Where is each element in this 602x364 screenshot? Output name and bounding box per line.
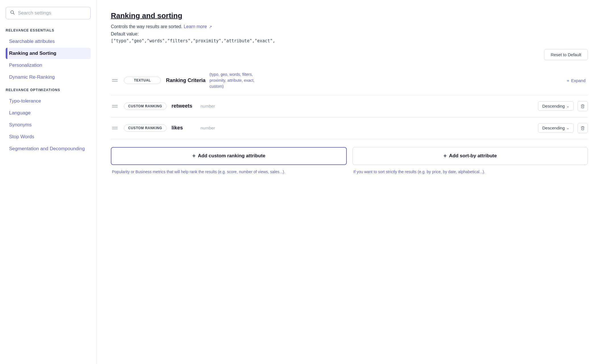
external-link-icon: ↗ <box>209 24 212 30</box>
learn-more-link[interactable]: Learn more ↗ <box>184 24 212 29</box>
default-value-label: Default value: <box>111 32 588 37</box>
plus-icon-custom: + <box>192 153 196 159</box>
sidebar-item-typo-tolerance[interactable]: Typo-tolerance <box>6 95 91 107</box>
likes-content: likes number Descending ⌄ <box>172 123 588 133</box>
ranking-criteria-meta: (typo, geo, words, filters, proximity, a… <box>209 72 261 89</box>
sidebar: Search settings RELEVANCE ESSENTIALS Sea… <box>0 0 97 364</box>
ranking-criteria-name: Ranking Criteria <box>166 78 205 83</box>
descriptions-row: Popularity or Business metrics that will… <box>111 169 588 175</box>
sidebar-item-personalization[interactable]: Personalization <box>6 60 91 71</box>
search-box[interactable]: Search settings <box>6 7 91 19</box>
retweets-content: retweets number Descending ⌄ <box>172 101 588 111</box>
search-placeholder: Search settings <box>18 10 51 16</box>
section-label-relevance-essentials: RELEVANCE ESSENTIALS <box>6 28 91 32</box>
section-relevance-essentials: RELEVANCE ESSENTIALS Searchable attribut… <box>6 28 91 83</box>
main-content: Ranking and sorting Controls the way res… <box>97 0 602 364</box>
retweets-order-dropdown[interactable]: Descending ⌄ <box>538 101 574 111</box>
add-custom-ranking-desc: Popularity or Business metrics that will… <box>111 169 346 175</box>
sidebar-item-searchable-attributes[interactable]: Searchable attributes <box>6 36 91 47</box>
add-sort-by-desc: If you want to sort strictly the results… <box>352 169 588 175</box>
likes-name: likes <box>172 125 194 131</box>
search-icon <box>10 10 15 16</box>
add-buttons-section: + Add custom ranking attribute + Add sor… <box>111 147 588 175</box>
badge-custom-retweets: CUSTOM RANKING <box>124 102 167 110</box>
retweets-type: number <box>201 104 215 108</box>
add-custom-ranking-button[interactable]: + Add custom ranking attribute <box>111 147 347 165</box>
drag-handle-textual[interactable] <box>111 78 119 83</box>
retweets-name: retweets <box>172 103 194 109</box>
likes-type: number <box>201 125 215 130</box>
chevron-down-icon-likes: ⌄ <box>566 126 569 130</box>
section-relevance-optimizations: RELEVANCE OPTIMIZATIONS Typo-tolerance L… <box>6 88 91 154</box>
page-title: Ranking and sorting <box>111 11 588 20</box>
badge-custom-likes: CUSTOM RANKING <box>124 124 167 132</box>
sidebar-item-ranking-sorting[interactable]: Ranking and Sorting <box>6 48 91 59</box>
sidebar-item-language[interactable]: Language <box>6 107 91 119</box>
badge-textual: TEXTUAL <box>124 77 161 84</box>
chevron-down-icon-retweets: ⌄ <box>566 104 569 108</box>
section-label-relevance-optimizations: RELEVANCE OPTIMIZATIONS <box>6 88 91 92</box>
sidebar-item-segmentation[interactable]: Segmentation and Decompounding <box>6 143 91 154</box>
plus-icon-sortby: + <box>443 153 447 159</box>
delete-retweets-button[interactable] <box>578 101 588 111</box>
add-buttons-row: + Add custom ranking attribute + Add sor… <box>111 147 588 165</box>
sidebar-item-dynamic-reranking[interactable]: Dynamic Re-Ranking <box>6 72 91 83</box>
sidebar-item-synonyms[interactable]: Synonyms <box>6 119 91 131</box>
expand-button[interactable]: + Expand <box>564 77 588 84</box>
delete-likes-button[interactable] <box>578 123 588 133</box>
ranking-criteria-content: Ranking Criteria (typo, geo, words, filt… <box>166 72 588 89</box>
ranking-row-likes: CUSTOM RANKING likes number Descending ⌄ <box>111 117 588 139</box>
description-text: Controls the way results are sorted. Lea… <box>111 23 588 30</box>
default-value-code: ["typo","geo","words","filters","proximi… <box>111 38 588 43</box>
likes-order-dropdown[interactable]: Descending ⌄ <box>538 123 574 133</box>
drag-handle-retweets[interactable] <box>111 104 119 108</box>
add-sort-by-button[interactable]: + Add sort-by attribute <box>352 147 588 165</box>
ranking-row-retweets: CUSTOM RANKING retweets number Descendin… <box>111 95 588 117</box>
sidebar-item-stop-words[interactable]: Stop Words <box>6 131 91 143</box>
reset-to-default-button[interactable]: Reset to Default <box>544 49 588 60</box>
expand-plus-icon: + <box>567 78 569 83</box>
drag-handle-likes[interactable] <box>111 126 119 130</box>
ranking-row-textual: TEXTUAL Ranking Criteria (typo, geo, wor… <box>111 66 588 95</box>
